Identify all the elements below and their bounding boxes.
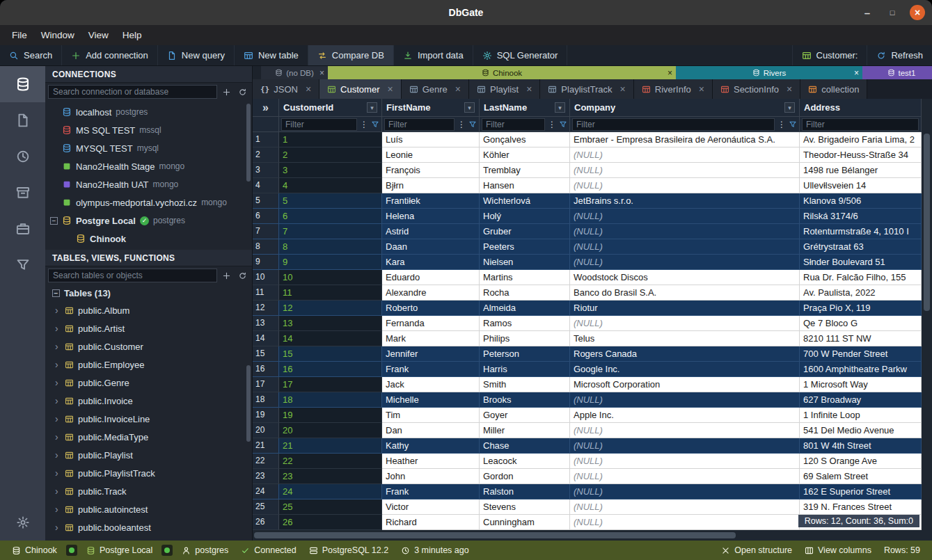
chevron-right-icon[interactable]: › xyxy=(55,359,61,370)
row-number[interactable]: 16 xyxy=(253,362,279,377)
cell-customerid[interactable]: 5 xyxy=(279,193,382,209)
row-number[interactable]: 4 xyxy=(253,178,279,193)
row-number[interactable]: 13 xyxy=(253,316,279,331)
connection-ms-sql-test[interactable]: MS SQL TESTmssql xyxy=(45,121,252,139)
chevron-right-icon[interactable]: › xyxy=(55,395,61,406)
close-icon[interactable]: × xyxy=(526,83,532,95)
status-open-structure[interactable]: Open structure xyxy=(715,545,798,555)
collapse-icon[interactable]: − xyxy=(50,217,58,225)
cell-company[interactable]: (NULL) xyxy=(570,163,800,178)
cell-customerid[interactable]: 7 xyxy=(279,224,382,239)
row-number[interactable]: 7 xyxy=(253,224,279,239)
cell-customerid[interactable]: 11 xyxy=(279,285,382,301)
toolbar-new-query[interactable]: New query xyxy=(158,45,235,65)
row-number[interactable]: 8 xyxy=(253,239,279,255)
connections-scrollbar[interactable] xyxy=(246,104,251,182)
column-header-company[interactable]: Company▾ xyxy=(570,99,800,117)
row-number[interactable]: 23 xyxy=(253,469,279,484)
cell-lastname[interactable]: Leacock xyxy=(480,454,570,469)
cell-firstname[interactable]: Leonie xyxy=(382,147,480,163)
cell-address[interactable]: 69 Salem Street xyxy=(800,469,922,484)
cell-customerid[interactable]: 20 xyxy=(279,423,382,438)
cell-customerid[interactable]: 18 xyxy=(279,392,382,408)
close-icon[interactable]: × xyxy=(455,83,461,95)
connection-nano2health-stage[interactable]: Nano2Health Stagemongo xyxy=(45,157,252,175)
cell-firstname[interactable]: Jack xyxy=(382,377,480,392)
cell-company[interactable]: (NULL) xyxy=(570,316,800,331)
grid-expand-all[interactable]: » xyxy=(253,99,279,117)
row-number[interactable]: 12 xyxy=(253,301,279,316)
cell-firstname[interactable]: Alexandre xyxy=(382,285,480,301)
cell-customerid[interactable]: 24 xyxy=(279,484,382,499)
filter-funnel-button[interactable] xyxy=(371,120,379,129)
cell-firstname[interactable]: Frantiłek xyxy=(382,193,480,209)
cell-customerid[interactable]: 21 xyxy=(279,438,382,454)
vertical-scrollbar[interactable] xyxy=(922,99,932,541)
cell-customerid[interactable]: 1 xyxy=(279,132,382,147)
table-item-public-genre[interactable]: ›public.Genre xyxy=(45,374,252,392)
cell-address[interactable]: 8210 111 ST NW xyxy=(800,331,922,346)
row-number[interactable]: 10 xyxy=(253,270,279,285)
cell-customerid[interactable]: 25 xyxy=(279,499,382,515)
cell-firstname[interactable]: Kathy xyxy=(382,438,480,454)
cell-company[interactable]: Google Inc. xyxy=(570,362,800,377)
rail-settings[interactable] xyxy=(0,504,45,541)
refresh-connections-button[interactable] xyxy=(235,85,249,99)
cell-lastname[interactable]: Wichterlová xyxy=(480,193,570,209)
chevron-down-icon[interactable]: ▾ xyxy=(555,102,565,113)
maximize-button[interactable]: □ xyxy=(885,5,900,20)
connections-search-input[interactable] xyxy=(48,85,217,99)
cell-lastname[interactable]: Philips xyxy=(480,331,570,346)
cell-customerid[interactable]: 6 xyxy=(279,209,382,224)
cell-firstname[interactable]: Tim xyxy=(382,408,480,423)
chevron-down-icon[interactable]: ▾ xyxy=(367,102,377,113)
cell-company[interactable]: (NULL) xyxy=(570,178,800,193)
cell-company[interactable]: (NULL) xyxy=(570,209,800,224)
close-icon[interactable]: × xyxy=(319,68,324,78)
add-connection-small-button[interactable] xyxy=(219,85,233,99)
cell-firstname[interactable]: Astrid xyxy=(382,224,480,239)
tab-playlist[interactable]: Playlist× xyxy=(469,79,540,99)
chevron-right-icon[interactable]: › xyxy=(55,486,61,497)
cell-lastname[interactable]: Brooks xyxy=(480,392,570,408)
cell-company[interactable]: Banco do Brasil S.A. xyxy=(570,285,800,301)
cell-firstname[interactable]: Frank xyxy=(382,484,480,499)
vertical-scrollbar-thumb[interactable] xyxy=(924,134,930,311)
cell-firstname[interactable]: Roberto xyxy=(382,301,480,316)
cell-customerid[interactable]: 8 xyxy=(279,239,382,255)
row-number[interactable]: 22 xyxy=(253,454,279,469)
cell-lastname[interactable]: Cunningham xyxy=(480,515,570,530)
filter-input-lastname[interactable] xyxy=(482,118,545,131)
cell-address[interactable]: Rilská 3174/6 xyxy=(800,209,922,224)
cell-customerid[interactable]: 13 xyxy=(279,316,382,331)
close-icon[interactable]: × xyxy=(620,83,626,95)
kebab-menu-icon[interactable]: ⋮ xyxy=(547,120,557,129)
row-number[interactable]: 9 xyxy=(253,255,279,270)
minimize-button[interactable]: – xyxy=(860,5,875,20)
filter-funnel-button[interactable] xyxy=(789,120,797,129)
cell-firstname[interactable]: Dan xyxy=(382,423,480,438)
cell-address[interactable]: 1 Microsoft Way xyxy=(800,377,922,392)
cell-company[interactable]: (NULL) xyxy=(570,454,800,469)
rail-files[interactable] xyxy=(0,102,45,138)
cell-lastname[interactable]: Hansen xyxy=(480,178,570,193)
toolbar-sql-generator[interactable]: SQL Generator xyxy=(473,45,568,65)
cell-lastname[interactable]: Köhler xyxy=(480,147,570,163)
cell-firstname[interactable]: François xyxy=(382,163,480,178)
db-group-tab-chinook[interactable]: Chinook× xyxy=(328,66,676,79)
cell-lastname[interactable]: Rocha xyxy=(480,285,570,301)
kebab-menu-icon[interactable]: ⋮ xyxy=(457,120,466,129)
kebab-menu-icon[interactable]: ⋮ xyxy=(777,120,787,129)
cell-firstname[interactable]: Daan xyxy=(382,239,480,255)
cell-address[interactable]: 801 W 4th Street xyxy=(800,438,922,454)
table-item-public-playlist[interactable]: ›public.Playlist xyxy=(45,446,252,464)
table-item-public-customer[interactable]: ›public.Customer xyxy=(45,337,252,355)
cell-address[interactable]: 162 E Superior Street xyxy=(800,484,922,499)
kebab-menu-icon[interactable]: ⋮ xyxy=(359,120,369,129)
row-number[interactable]: 15 xyxy=(253,346,279,362)
chevron-down-icon[interactable]: ▾ xyxy=(464,102,475,113)
cell-address[interactable]: Rotenturmstraße 4, 1010 I xyxy=(800,224,922,239)
cell-address[interactable]: 120 S Orange Ave xyxy=(800,454,922,469)
cell-company[interactable]: Telus xyxy=(570,331,800,346)
tab-collection[interactable]: collection xyxy=(800,79,867,99)
